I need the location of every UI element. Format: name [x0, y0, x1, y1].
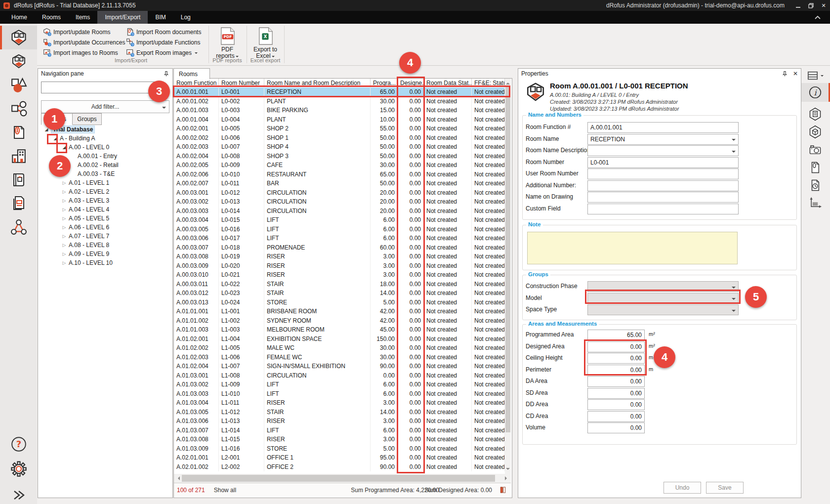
tree-item[interactable]: ▷A.02 - LEVEL 2 — [38, 187, 171, 196]
tree-expand-icon[interactable]: ▷ — [61, 180, 68, 185]
table-row[interactable]: A.01.02.004L1-007SIGN-IN/SMALL EXHIBITIO… — [174, 362, 505, 371]
save-button[interactable]: Save — [706, 482, 744, 494]
table-row[interactable]: A.01.03.008L1-015RISER3.000.00Not create… — [174, 435, 505, 444]
sidebar-documents-button[interactable] — [0, 121, 37, 144]
field-room-number-input[interactable]: L0-001 — [587, 157, 739, 168]
table-row[interactable]: A.00.03.012L0-023STAIR14.000.00Not creat… — [174, 289, 505, 298]
table-row[interactable]: A.01.02.003L1-006FEMALE WC30.000.00Not c… — [174, 353, 505, 362]
table-row[interactable]: A.00.03.008L0-019RISER3.000.00Not create… — [174, 252, 505, 261]
tree-item[interactable]: ◢A - Building A — [38, 134, 171, 143]
tree-item[interactable]: ▷A.05 - LEVEL 5 — [38, 214, 171, 223]
tree-expand-icon[interactable]: ▷ — [61, 260, 68, 265]
search-input[interactable] — [41, 82, 158, 93]
tree-item-label[interactable]: A.08 - LEVEL 8 — [69, 242, 109, 249]
field-sd-area-input[interactable]: 0.00 — [587, 388, 645, 399]
table-row[interactable]: A.00.03.010L0-021RISER3.000.00Not create… — [174, 270, 505, 280]
table-row[interactable]: A.00.01.003L0-003BIKE PARKING15.000.00No… — [174, 106, 505, 115]
table-row[interactable]: A.01.03.001L1-008CIRCULATION0.000.00Not … — [174, 371, 505, 380]
menu-tab-rooms[interactable]: Rooms — [35, 11, 68, 24]
pin-icon[interactable] — [163, 71, 169, 77]
book-icon[interactable] — [499, 486, 507, 494]
menu-tab-home[interactable]: Home — [4, 11, 35, 24]
table-row[interactable]: A.00.03.001L0-012CIRCULATION20.000.00Not… — [174, 188, 505, 198]
table-row[interactable]: A.00.02.001L0-005SHOP 255.000.00Not crea… — [174, 124, 505, 133]
nav-tab-groups[interactable]: Groups — [72, 113, 102, 125]
horizontal-scrollbar[interactable] — [174, 474, 511, 483]
tree-item-label[interactable]: A.10 - LEVEL 10 — [69, 259, 113, 266]
tree-item[interactable]: ▷A.10 - LEVEL 10 — [38, 258, 171, 267]
table-row[interactable]: A.01.01.003L1-003MELBOURNE ROOM45.000.00… — [174, 325, 505, 335]
sidebar-occurrences-button[interactable] — [0, 49, 37, 73]
table-row[interactable]: A.01.03.003L1-010LIFT6.000.00Not created… — [174, 389, 505, 399]
sidebar-systems-button[interactable] — [0, 97, 37, 121]
table-row[interactable]: A.01.02.002L1-005MALE WC30.000.00Not cre… — [174, 343, 505, 353]
table-row[interactable]: A.00.03.005L0-016LIFT6.000.00Not created… — [174, 225, 505, 234]
scroll-left-icon[interactable] — [176, 476, 180, 480]
rooms-grid-tab[interactable]: Rooms — [173, 68, 210, 79]
sidebar-network-button[interactable] — [0, 215, 37, 239]
minimize-button[interactable] — [791, 0, 804, 11]
scrollbar-thumb[interactable] — [505, 86, 510, 432]
table-row[interactable]: A.00.03.002L0-013CIRCULATION20.000.00Not… — [174, 197, 505, 207]
table-row[interactable]: A.00.03.004L0-015LIFT6.000.00Not created… — [174, 215, 505, 225]
field-user-room-number-input[interactable] — [587, 168, 739, 179]
menu-tab-items[interactable]: Items — [68, 11, 97, 24]
panel-tab-log[interactable] — [801, 176, 829, 195]
tree-expand-icon[interactable]: ▷ — [61, 243, 68, 248]
tree-expand-icon[interactable]: ▷ — [61, 216, 68, 221]
vertical-scrollbar[interactable] — [505, 79, 511, 474]
chevron-down-icon[interactable] — [732, 139, 736, 143]
tree-item[interactable]: ▷A.04 - LEVEL 4 — [38, 205, 171, 214]
menu-tab-import-export[interactable]: Import/Export — [97, 11, 148, 24]
table-row[interactable]: A.01.03.005L1-012STAIR14.000.00Not creat… — [174, 408, 505, 417]
tree-item-label[interactable]: A.09 - LEVEL 9 — [69, 251, 109, 257]
table-row[interactable]: A.00.02.002L0-006SHOP 150.000.00Not crea… — [174, 133, 505, 143]
field-room-name-description-select[interactable] — [587, 145, 739, 156]
table-row[interactable]: A.00.02.004L0-008SHOP 350.000.00Not crea… — [174, 152, 505, 161]
pdf-reports-button[interactable]: PDF PDFreports — [210, 27, 245, 59]
field-room-function-#-input[interactable]: A.00.01.001 — [587, 122, 739, 133]
tree-item-label[interactable]: A.02 - LEVEL 2 — [69, 188, 109, 195]
table-row[interactable]: A.02.01.002L2-002OFFICE 290.000.00Not cr… — [174, 462, 505, 472]
field-da-area-input[interactable]: 0.00 — [587, 376, 645, 387]
chevron-down-icon[interactable] — [732, 310, 736, 314]
import-update-rooms-button[interactable]: Import/update Rooms — [43, 27, 110, 37]
panel-tab-model[interactable] — [801, 123, 829, 141]
pin-icon[interactable] — [782, 71, 788, 77]
field-space-type-select[interactable] — [587, 304, 739, 315]
table-row[interactable]: A.01.01.001L1-001BRISBANE ROOM42.000.00N… — [174, 307, 505, 316]
tree-expand-icon[interactable]: ▷ — [61, 198, 68, 203]
table-row[interactable]: A.02.01.001L2-001OFFICE 195.000.00Not cr… — [174, 453, 505, 462]
panel-tab-room-documents[interactable] — [801, 158, 829, 177]
field-additional-number-input[interactable] — [587, 180, 739, 191]
tree-item[interactable]: ▷A.08 - LEVEL 8 — [38, 241, 171, 250]
tree-item-label[interactable]: A - Building A — [60, 135, 95, 142]
sidebar-catalog-button[interactable] — [0, 168, 37, 192]
table-row[interactable]: A.01.03.009L1-016STORE5.000.00Not create… — [174, 444, 505, 454]
field-room-name-select[interactable]: RECEPTION — [587, 134, 739, 145]
tree-item-label[interactable]: A.04 - LEVEL 4 — [69, 206, 109, 213]
scrollbar-thumb[interactable] — [182, 475, 495, 482]
undo-button[interactable]: Undo — [664, 482, 701, 494]
table-row[interactable]: A.00.03.009L0-020RISER3.000.00Not create… — [174, 261, 505, 271]
import-room-documents-button[interactable]: Import Room documents — [126, 27, 201, 37]
tree-item-label[interactable]: A.00.02 - Retail — [78, 162, 119, 168]
table-row[interactable]: A.00.03.011L0-022STAIR18.000.00Not creat… — [174, 280, 505, 289]
panel-tab-item-list[interactable] — [801, 105, 829, 124]
import-update-functions-button[interactable]: Import/update Functions — [126, 38, 200, 47]
table-row[interactable]: A.00.01.004L0-004PLANT10.000.00Not creat… — [174, 115, 505, 125]
tree-item-label[interactable]: A.05 - LEVEL 5 — [69, 215, 109, 222]
tree-item-label[interactable]: A.07 - LEVEL 7 — [69, 233, 109, 240]
field-name-on-drawing-input[interactable] — [587, 192, 739, 203]
tree-item[interactable]: ▷A.07 - LEVEL 7 — [38, 232, 171, 241]
sidebar-reports-button[interactable] — [0, 192, 37, 215]
import-update-occurrences-button[interactable]: Import/update Occurrences — [43, 38, 125, 47]
export-room-images-button[interactable]: Export Room images — [126, 48, 198, 57]
table-row[interactable]: A.01.01.002L1-002SYDNEY ROOM42.000.00Not… — [174, 316, 505, 326]
collapse-ribbon-icon[interactable] — [814, 11, 821, 24]
scroll-right-icon[interactable] — [505, 476, 509, 480]
sidebar-buildings-button[interactable] — [0, 144, 37, 168]
tree-expand-icon[interactable]: ▷ — [61, 225, 68, 230]
show-all-button[interactable]: Show all — [214, 487, 236, 494]
table-row[interactable]: A.01.03.002L1-009LIFT6.000.00Not created… — [174, 380, 505, 389]
